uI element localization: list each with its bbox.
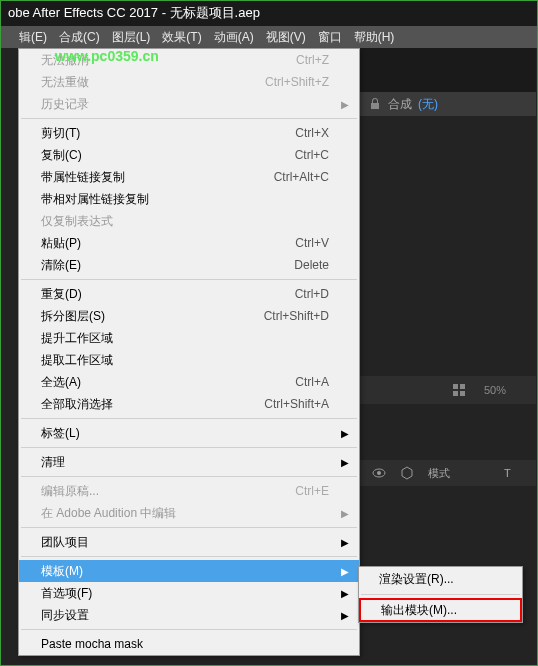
edit-menu-dropdown[interactable]: 无法撤消Ctrl+Z无法重做Ctrl+Shift+Z历史记录▶剪切(T)Ctrl…: [18, 48, 360, 656]
menu-item-label: 全部取消选择: [41, 396, 113, 413]
menu-item-12[interactable]: 重复(D)Ctrl+D: [19, 283, 359, 305]
menu-item-1: 无法重做Ctrl+Shift+Z: [19, 71, 359, 93]
menu-item-19[interactable]: 标签(L)▶: [19, 422, 359, 444]
menu-item-shortcut: Ctrl+Z: [296, 53, 329, 67]
menu-item-label: 拆分图层(S): [41, 308, 105, 325]
window-titlebar: obe After Effects CC 2017 - 无标题项目.aep: [0, 0, 538, 26]
menu-item-28[interactable]: 模板(M)▶: [19, 560, 359, 582]
menu-item-label: 在 Adobe Audition 中编辑: [41, 505, 176, 522]
menu-separator: [21, 118, 357, 119]
menu-separator: [21, 527, 357, 528]
menu-item-17[interactable]: 全部取消选择Ctrl+Shift+A: [19, 393, 359, 415]
lock-icon: [368, 97, 382, 111]
menubar-item-5[interactable]: 视图(V): [262, 27, 310, 48]
menu-item-label: 同步设置: [41, 607, 89, 624]
svg-rect-3: [460, 391, 465, 396]
menu-separator: [21, 476, 357, 477]
menu-item-shortcut: Ctrl+E: [295, 484, 329, 498]
svg-point-5: [377, 471, 381, 475]
menu-item-label: 清理: [41, 454, 65, 471]
menu-item-shortcut: Ctrl+A: [295, 375, 329, 389]
menu-item-29[interactable]: 首选项(F)▶: [19, 582, 359, 604]
chevron-right-icon: ▶: [341, 566, 349, 577]
menubar-item-2[interactable]: 图层(L): [108, 27, 155, 48]
svg-rect-0: [453, 384, 458, 389]
comp-value[interactable]: (无): [418, 96, 438, 113]
menu-item-label: 模板(M): [41, 563, 83, 580]
menu-separator: [21, 629, 357, 630]
menu-item-10[interactable]: 清除(E)Delete: [19, 254, 359, 276]
menu-item-shortcut: Ctrl+Alt+C: [274, 170, 329, 184]
menu-item-16[interactable]: 全选(A)Ctrl+A: [19, 371, 359, 393]
svg-rect-1: [460, 384, 465, 389]
chevron-right-icon: ▶: [341, 588, 349, 599]
menu-item-shortcut: Ctrl+C: [295, 148, 329, 162]
submenu-item-0[interactable]: 渲染设置(R)...: [359, 567, 522, 591]
menu-item-9[interactable]: 粘贴(P)Ctrl+V: [19, 232, 359, 254]
menu-item-5[interactable]: 复制(C)Ctrl+C: [19, 144, 359, 166]
menu-item-label: 带属性链接复制: [41, 169, 125, 186]
submenu-item-1[interactable]: 输出模块(M)...: [359, 598, 522, 622]
main-menubar[interactable]: 辑(E)合成(C)图层(L)效果(T)动画(A)视图(V)窗口帮助(H): [0, 26, 538, 48]
svg-rect-2: [453, 391, 458, 396]
menubar-item-7[interactable]: 帮助(H): [350, 27, 399, 48]
menu-item-13[interactable]: 拆分图层(S)Ctrl+Shift+D: [19, 305, 359, 327]
menu-item-21[interactable]: 清理▶: [19, 451, 359, 473]
toolbar-dark: [360, 48, 536, 98]
menubar-item-3[interactable]: 效果(T): [158, 27, 205, 48]
menu-item-label: 复制(C): [41, 147, 82, 164]
menu-item-label: 团队项目: [41, 534, 89, 551]
menu-item-6[interactable]: 带属性链接复制Ctrl+Alt+C: [19, 166, 359, 188]
zoom-value[interactable]: 50%: [484, 384, 506, 396]
menu-item-26[interactable]: 团队项目▶: [19, 531, 359, 553]
menu-item-7[interactable]: 带相对属性链接复制: [19, 188, 359, 210]
menu-item-label: 提取工作区域: [41, 352, 113, 369]
menu-item-label: 标签(L): [41, 425, 80, 442]
menu-item-shortcut: Ctrl+X: [295, 126, 329, 140]
menu-item-shortcut: Ctrl+Shift+A: [264, 397, 329, 411]
menu-separator: [361, 594, 520, 595]
composition-row[interactable]: 合成 (无): [360, 92, 536, 116]
eye-icon[interactable]: [372, 466, 386, 480]
menu-item-label: 首选项(F): [41, 585, 92, 602]
menu-item-2: 历史记录▶: [19, 93, 359, 115]
comp-label: 合成: [388, 96, 412, 113]
menu-item-label: 无法撤消: [41, 52, 89, 69]
menu-item-label: 重复(D): [41, 286, 82, 303]
menu-item-shortcut: Delete: [294, 258, 329, 272]
chevron-right-icon: ▶: [341, 508, 349, 519]
menu-item-30[interactable]: 同步设置▶: [19, 604, 359, 626]
menubar-item-0[interactable]: 辑(E): [15, 27, 51, 48]
menu-item-8: 仅复制表达式: [19, 210, 359, 232]
cube-icon[interactable]: [400, 466, 414, 480]
menu-item-shortcut: Ctrl+Shift+D: [264, 309, 329, 323]
mid-status-row: 50%: [360, 376, 536, 404]
menu-item-label: 提升工作区域: [41, 330, 113, 347]
menu-separator: [21, 279, 357, 280]
menu-item-shortcut: Ctrl+Shift+Z: [265, 75, 329, 89]
menu-item-4[interactable]: 剪切(T)Ctrl+X: [19, 122, 359, 144]
footer-mode-row: 模式 T: [360, 460, 536, 486]
menubar-item-6[interactable]: 窗口: [314, 27, 346, 48]
menu-item-15[interactable]: 提取工作区域: [19, 349, 359, 371]
window-title: obe After Effects CC 2017 - 无标题项目.aep: [8, 5, 260, 20]
chevron-right-icon: ▶: [341, 610, 349, 621]
menu-item-label: 粘贴(P): [41, 235, 81, 252]
menu-item-0: 无法撤消Ctrl+Z: [19, 49, 359, 71]
mode-label: 模式: [428, 466, 450, 481]
grid-icon[interactable]: [452, 383, 466, 397]
menu-separator: [21, 418, 357, 419]
menu-item-label: 全选(A): [41, 374, 81, 391]
template-submenu[interactable]: 渲染设置(R)...输出模块(M)...: [358, 566, 523, 623]
chevron-right-icon: ▶: [341, 428, 349, 439]
menubar-item-1[interactable]: 合成(C): [55, 27, 104, 48]
chevron-right-icon: ▶: [341, 457, 349, 468]
menu-item-label: 清除(E): [41, 257, 81, 274]
chevron-right-icon: ▶: [341, 99, 349, 110]
menu-item-shortcut: Ctrl+V: [295, 236, 329, 250]
menu-item-23: 编辑原稿...Ctrl+E: [19, 480, 359, 502]
menu-item-32[interactable]: Paste mocha mask: [19, 633, 359, 655]
chevron-right-icon: ▶: [341, 537, 349, 548]
menubar-item-4[interactable]: 动画(A): [210, 27, 258, 48]
menu-item-14[interactable]: 提升工作区域: [19, 327, 359, 349]
